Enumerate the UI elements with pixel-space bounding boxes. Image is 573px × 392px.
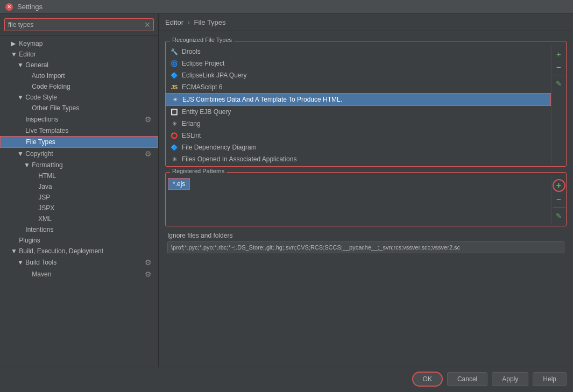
ecmascript-icon: JS (170, 83, 179, 91)
list-item-entity-ejb[interactable]: 🔳 Entity EJB Query (166, 106, 551, 118)
tree-item-other-file-types[interactable]: Other File Types (0, 103, 158, 113)
breadcrumb: Editor › File Types (159, 14, 573, 31)
tree-item-build-tools[interactable]: ▼ Build Tools ⚙ (0, 256, 158, 268)
right-panel: Editor › File Types Recognized File Type… (159, 14, 573, 367)
tree-item-jsp[interactable]: JSP (0, 192, 158, 203)
list-item-eclipse-project[interactable]: 🌀 Eclipse Project (166, 58, 551, 69)
registered-patterns-content: *.ejs + − ✎ (166, 173, 566, 226)
apply-button[interactable]: Apply (492, 372, 528, 386)
tree-item-build-exec-deploy[interactable]: ▼ Build, Execution, Deployment (0, 246, 158, 256)
tree-item-xml[interactable]: XML (0, 213, 158, 224)
content-area: Recognized File Types 🔧 Drools 🌀 Eclipse… (159, 31, 573, 367)
tree-item-general[interactable]: ▼ General (0, 60, 158, 70)
title-bar: ✕ Settings (0, 0, 573, 14)
ignore-files-section: Ignore files and folders (165, 232, 567, 253)
settings-dialog: ✕ ▶ Keymap ▼ Editor ▼ General (0, 14, 573, 391)
list-item-drools[interactable]: 🔧 Drools (166, 46, 551, 58)
recognized-file-types-list: 🔧 Drools 🌀 Eclipse Project 🔷 EclipseLink… (166, 46, 551, 164)
tree-item-keymap[interactable]: ▶ Keymap (0, 38, 158, 49)
tree-item-jspx[interactable]: JSPX (0, 203, 158, 213)
list-item-ecmascript[interactable]: JS ECMAScript 6 (166, 81, 551, 93)
recognized-file-types-section: Recognized File Types 🔧 Drools 🌀 Eclipse… (165, 41, 567, 167)
tree-item-inspections[interactable]: Inspections ⚙ (0, 113, 158, 125)
eclipse-icon: 🌀 (170, 59, 179, 68)
drools-icon: 🔧 (170, 47, 179, 56)
tree-item-editor[interactable]: ▼ Editor (0, 49, 158, 60)
add-file-type-button[interactable]: + (553, 48, 565, 60)
edit-file-type-button[interactable]: ✎ (553, 77, 565, 89)
list-item-eclipselink[interactable]: 🔷 EclipseLink JPA Query (166, 69, 551, 81)
help-button[interactable]: Help (533, 372, 567, 386)
tree-item-code-style[interactable]: ▼ Code Style (0, 92, 158, 103)
file-dep-icon: 🔷 (170, 143, 179, 152)
tree-item-java[interactable]: Java (0, 181, 158, 192)
recognized-file-types-label: Recognized File Types (170, 37, 234, 43)
cancel-button[interactable]: Cancel (447, 372, 487, 386)
list-item-files-assoc[interactable]: ✳ Files Opened In Associated Application… (166, 153, 551, 164)
pattern-item-ejs[interactable]: *.ejs (168, 178, 190, 190)
tree-item-plugins[interactable]: Plugins (0, 235, 158, 246)
search-input[interactable] (4, 18, 154, 31)
tree-item-auto-import[interactable]: Auto Import (0, 70, 158, 81)
ignore-files-label: Ignore files and folders (167, 232, 564, 239)
bottom-bar: OK Cancel Apply Help (0, 367, 573, 391)
search-clear-icon[interactable]: ✕ (144, 20, 151, 29)
ignore-files-input[interactable] (167, 241, 564, 253)
eclipselink-icon: 🔷 (170, 71, 179, 80)
erlang-icon: ✳ (170, 119, 179, 128)
registered-patterns-actions: + − ✎ (551, 177, 566, 224)
tree-item-intentions[interactable]: Intentions (0, 224, 158, 235)
edit-pattern-button[interactable]: ✎ (553, 210, 565, 222)
list-item-file-dep[interactable]: 🔷 File Dependency Diagram (166, 141, 551, 153)
remove-file-type-button[interactable]: − (553, 61, 565, 73)
ok-button[interactable]: OK (412, 372, 443, 387)
tree-item-code-folding[interactable]: Code Folding (0, 81, 158, 92)
registered-patterns-label: Registered Patterns (170, 168, 227, 174)
left-panel: ✕ ▶ Keymap ▼ Editor ▼ General (0, 14, 159, 367)
dialog-title: Settings (17, 3, 43, 11)
tree-item-live-templates[interactable]: Live Templates (0, 125, 158, 136)
tree-item-maven[interactable]: Maven ⚙ (0, 268, 158, 280)
list-item-eslint[interactable]: ⭕ ESLint (166, 130, 551, 141)
ejs-icon: ✳ (171, 95, 179, 104)
registered-patterns-section: Registered Patterns *.ejs + − ✎ (165, 172, 567, 226)
tree-item-formatting[interactable]: ▼ Formatting (0, 160, 158, 170)
tree-item-file-types[interactable]: File Types (0, 136, 158, 148)
remove-pattern-button[interactable]: − (553, 193, 565, 205)
eslint-icon: ⭕ (170, 131, 179, 140)
list-item-erlang[interactable]: ✳ Erlang (166, 118, 551, 130)
files-assoc-icon: ✳ (170, 155, 179, 163)
registered-patterns-list: *.ejs (166, 177, 551, 220)
recognized-file-types-actions: + − ✎ (551, 46, 566, 164)
settings-tree: ▶ Keymap ▼ Editor ▼ General Auto Import (0, 36, 158, 367)
dialog-body: ✕ ▶ Keymap ▼ Editor ▼ General (0, 14, 573, 367)
tree-item-copyright[interactable]: ▼ Copyright ⚙ (0, 148, 158, 160)
breadcrumb-separator: › (188, 18, 190, 26)
search-wrap: ✕ (0, 14, 158, 36)
tree-item-html[interactable]: HTML (0, 170, 158, 181)
add-pattern-button[interactable]: + (553, 179, 565, 192)
list-item-ejs[interactable]: ✳ EJS Combines Data And A Template To Pr… (166, 93, 551, 106)
ejb-icon: 🔳 (170, 108, 179, 116)
close-button[interactable]: ✕ (5, 3, 13, 11)
recognized-file-types-content: 🔧 Drools 🌀 Eclipse Project 🔷 EclipseLink… (166, 41, 566, 166)
